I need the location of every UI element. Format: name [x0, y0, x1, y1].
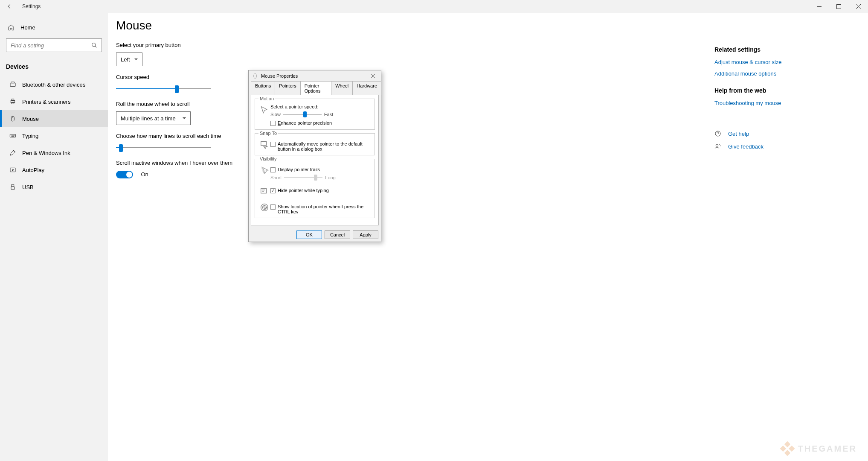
- dialog-title: Mouse Properties: [261, 73, 298, 79]
- sidebar-item-label: USB: [22, 184, 34, 190]
- enhance-precision-label: EEnhance pointer precisionnhance pointer…: [278, 120, 332, 125]
- primary-button-label: Select your primary button: [116, 42, 517, 48]
- hide-pointer-label: Hide pointer while typing: [278, 188, 329, 193]
- back-button[interactable]: [4, 1, 15, 12]
- help-web-header: Help from the web: [714, 87, 821, 94]
- dialog-titlebar[interactable]: Mouse Properties: [249, 70, 381, 81]
- hide-pointer-checkbox[interactable]: [270, 188, 276, 193]
- cursor-speed-slider[interactable]: [116, 85, 211, 93]
- dropdown-value: Multiple lines at a time: [121, 115, 176, 122]
- svg-point-14: [716, 144, 718, 146]
- dialog-close-button[interactable]: [371, 72, 378, 80]
- sidebar-item-label: Typing: [22, 133, 38, 139]
- snap-to-checkbox[interactable]: [270, 142, 276, 147]
- sidebar-item-mouse[interactable]: Mouse: [0, 110, 108, 127]
- ctrl-locate-checkbox[interactable]: [270, 204, 276, 210]
- watermark-icon: [780, 441, 795, 456]
- toggle-state: On: [141, 171, 148, 178]
- titlebar: Settings: [0, 0, 868, 13]
- sidebar-item-bluetooth[interactable]: Bluetooth & other devices: [0, 76, 108, 93]
- tab-body: Motion Select a pointer speed: Slow Fast…: [251, 95, 379, 225]
- sidebar-item-printers[interactable]: Printers & scanners: [0, 93, 108, 110]
- snap-title: Snap To: [258, 131, 278, 136]
- sidebar-item-label: Pen & Windows Ink: [22, 150, 70, 156]
- pointer-speed-slider[interactable]: Slow Fast: [270, 111, 371, 118]
- home-label: Home: [20, 24, 35, 31]
- roll-wheel-dropdown[interactable]: Multiple lines at a time: [116, 111, 191, 125]
- cancel-button[interactable]: Cancel: [325, 230, 350, 239]
- svg-rect-22: [780, 446, 786, 452]
- lines-scroll-slider[interactable]: [116, 143, 211, 152]
- get-help-label: Get help: [728, 131, 749, 137]
- dialog-buttons: OK Cancel Apply: [249, 228, 381, 242]
- tab-hardware[interactable]: Hardware: [352, 81, 381, 95]
- slow-label: Slow: [270, 112, 281, 117]
- sidebar-item-usb[interactable]: USB: [0, 178, 108, 195]
- tab-buttons[interactable]: Buttons: [251, 81, 275, 95]
- apply-button[interactable]: Apply: [353, 230, 378, 239]
- ctrl-locate-label: Show location of pointer when I press th…: [278, 204, 371, 214]
- help-icon: [714, 130, 721, 137]
- category-header: Devices: [0, 60, 108, 76]
- right-rail: Related settings Adjust mouse & cursor s…: [714, 36, 821, 150]
- sidebar-item-label: Mouse: [22, 116, 39, 122]
- primary-button-dropdown[interactable]: Left: [116, 53, 142, 66]
- svg-rect-23: [789, 446, 795, 452]
- long-label: Long: [325, 175, 335, 180]
- trails-icon: [258, 164, 270, 176]
- svg-rect-4: [11, 100, 15, 102]
- app-title: Settings: [22, 3, 41, 9]
- ok-button[interactable]: OK: [296, 230, 322, 239]
- home-link[interactable]: Home: [0, 20, 108, 35]
- svg-rect-6: [12, 102, 14, 104]
- search-input[interactable]: [11, 42, 91, 49]
- svg-rect-3: [11, 82, 15, 83]
- adjust-mouse-link[interactable]: Adjust mouse & cursor size: [714, 59, 821, 65]
- visibility-title: Visibility: [258, 156, 278, 161]
- mouse-icon: [252, 73, 258, 79]
- svg-rect-17: [261, 189, 267, 193]
- tab-pointers[interactable]: Pointers: [275, 81, 300, 95]
- watermark: THEGAMER: [780, 441, 857, 456]
- close-window-button[interactable]: [848, 0, 868, 13]
- sidebar-item-pen[interactable]: Pen & Windows Ink: [0, 144, 108, 161]
- enhance-precision-checkbox[interactable]: [270, 121, 276, 126]
- snap-to-label: Automatically move pointer to the defaul…: [278, 141, 371, 152]
- maximize-button[interactable]: [829, 0, 848, 13]
- sidebar-item-autoplay[interactable]: AutoPlay: [0, 161, 108, 178]
- hide-typing-icon: [258, 185, 270, 197]
- give-feedback-label: Give feedback: [728, 143, 763, 150]
- svg-rect-0: [836, 4, 841, 9]
- svg-rect-21: [784, 450, 790, 456]
- tab-pointer-options[interactable]: Pointer Options: [300, 81, 331, 95]
- minimize-button[interactable]: [809, 0, 829, 13]
- troubleshoot-link[interactable]: Troubleshooting my mouse: [714, 100, 821, 106]
- pointer-trails-label: Display pointer trails: [278, 167, 320, 172]
- sidebar-item-label: Printers & scanners: [22, 99, 70, 105]
- motion-group: Motion Select a pointer speed: Slow Fast…: [255, 99, 375, 130]
- give-feedback-link[interactable]: Give feedback: [714, 143, 821, 150]
- pointer-trails-checkbox[interactable]: [270, 167, 276, 172]
- svg-rect-5: [12, 99, 14, 100]
- search-box[interactable]: [6, 38, 102, 52]
- fast-label: Fast: [324, 112, 333, 117]
- svg-rect-2: [10, 83, 15, 87]
- tab-wheel[interactable]: Wheel: [331, 81, 353, 95]
- scroll-inactive-toggle[interactable]: [116, 171, 133, 178]
- additional-options-link[interactable]: Additional mouse options: [714, 70, 821, 77]
- svg-point-1: [92, 43, 96, 47]
- watermark-text: THEGAMER: [798, 444, 857, 454]
- get-help-link[interactable]: Get help: [714, 130, 821, 137]
- visibility-group: Visibility Display pointer trails Short …: [255, 159, 375, 218]
- dialog-tabs: Buttons Pointers Pointer Options Wheel H…: [249, 81, 381, 95]
- svg-rect-12: [11, 187, 15, 190]
- sidebar-item-typing[interactable]: Typing: [0, 127, 108, 144]
- related-settings-header: Related settings: [714, 46, 821, 53]
- sidebar: Home Devices Bluetooth & other devices P…: [0, 13, 108, 461]
- trails-length-slider: Short Long: [270, 174, 371, 181]
- svg-rect-15: [254, 73, 256, 78]
- cursor-icon: [258, 104, 270, 116]
- short-label: Short: [270, 175, 282, 180]
- feedback-icon: [714, 143, 721, 150]
- page-title: Mouse: [116, 19, 517, 32]
